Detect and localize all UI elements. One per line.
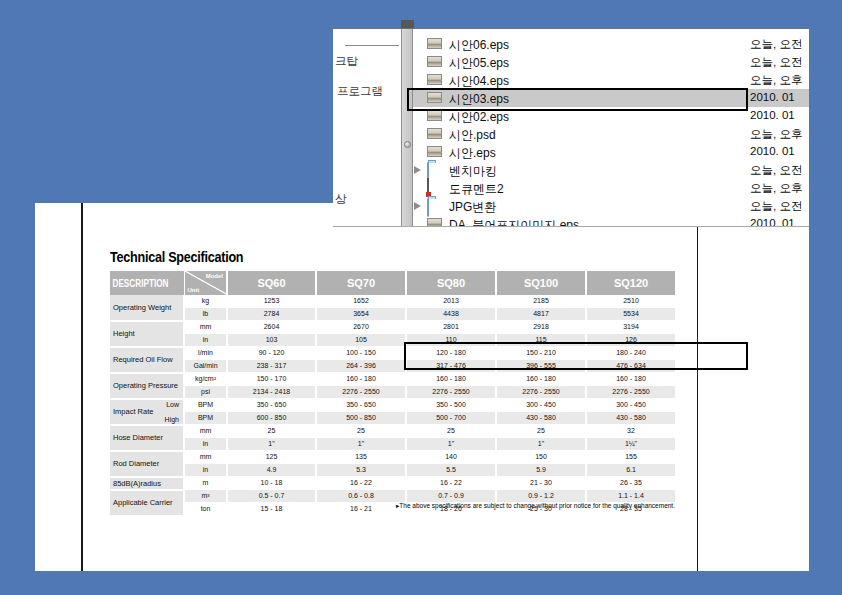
value-cell: 500 - 850 — [316, 412, 406, 425]
value-cell: 0.6 - 0.8 — [316, 490, 406, 503]
document-page: Technical Specification DESCRIPTION Mode… — [35, 203, 809, 571]
list-item[interactable]: 시안.eps2010. 01 — [413, 143, 809, 161]
value-cell: 155 — [586, 451, 675, 464]
value-cell: 5.9 — [496, 464, 586, 477]
list-item[interactable]: 시안05.eps오늘, 오전 — [413, 53, 809, 71]
value-cell: 160 - 180 — [586, 373, 675, 386]
unit-cell: BPM — [184, 399, 227, 412]
row-group-label: Operating Weight — [110, 295, 184, 321]
value-cell: 32 — [586, 425, 675, 438]
image-thumbnail-icon — [427, 218, 442, 227]
unit-cell: in — [184, 464, 227, 477]
value-cell: 160 - 180 — [406, 373, 496, 386]
value-cell: 2784 — [227, 308, 316, 321]
sidebar-item[interactable]: 크탑 — [335, 54, 358, 69]
divider-knob-icon[interactable] — [404, 141, 411, 148]
value-cell: 1253 — [227, 295, 316, 308]
value-cell: 16 - 22 — [406, 477, 496, 490]
file-date: 2010. 01 — [750, 217, 795, 227]
spec-table-body: Operating Weightkg12531652201321852510lb… — [110, 295, 675, 516]
table-row: 85dB(A)radiusm10 - 1816 - 2216 - 2221 - … — [110, 477, 675, 490]
list-item[interactable]: 시안06.eps오늘, 오전 — [413, 35, 809, 53]
row-group-label: Operating Pressure — [110, 373, 184, 399]
unit-cell: m — [184, 477, 227, 490]
table-row: lb27843654443848175534 — [110, 308, 675, 321]
unit-cell: l/min — [184, 347, 227, 360]
value-cell: 125 — [227, 451, 316, 464]
page-title: Technical Specification — [110, 248, 243, 265]
list-item[interactable]: 시안.psd오늘, 오후 — [413, 125, 809, 143]
row-group-label: Required Oil Flow — [110, 347, 184, 373]
unit-cell: in — [184, 334, 227, 347]
file-date: 2010. 01 — [750, 145, 795, 157]
unit-cell: m³ — [184, 490, 227, 503]
table-row: in4.95.35.55.96.1 — [110, 464, 675, 477]
spec-footnote: ▸The above specifications are subject to… — [110, 502, 675, 510]
unit-cell: lb — [184, 308, 227, 321]
model-column-header: SQ80 — [406, 271, 496, 295]
value-cell: 1" — [406, 438, 496, 451]
list-item[interactable]: 도큐멘트2오늘, 오후 — [413, 179, 809, 197]
value-cell: 150 — [496, 451, 586, 464]
value-cell: 430 - 580 — [496, 412, 586, 425]
value-cell: 350 - 650 — [316, 399, 406, 412]
disclosure-triangle-icon[interactable] — [414, 166, 421, 174]
value-cell: 2013 — [406, 295, 496, 308]
file-name: 시안05.eps — [449, 55, 509, 72]
value-cell: 1" — [227, 438, 316, 451]
file-date: 오늘, 오전 — [750, 199, 802, 214]
sidebar-item[interactable]: 상 — [335, 192, 347, 207]
unit-label: Unit — [188, 287, 200, 293]
file-date: 오늘, 오전 — [750, 163, 802, 178]
list-item[interactable]: 시안04.eps오늘, 오후 — [413, 71, 809, 89]
group-label-text: 85dB(A)radius — [113, 479, 161, 488]
model-column-header: SQ100 — [496, 271, 586, 295]
group-label-text: Hose Diameter — [113, 433, 163, 442]
page-margin-line-left — [81, 203, 83, 571]
value-cell: 1.1 - 1.4 — [586, 490, 675, 503]
group-label-text: Operating Weight — [113, 303, 171, 312]
value-cell: 1" — [316, 438, 406, 451]
list-item[interactable]: DA_북어표지이미지.eps2010. 01 — [413, 215, 809, 227]
value-cell: 0.5 - 0.7 — [227, 490, 316, 503]
group-label-text: Impact Rate — [113, 407, 153, 416]
image-thumbnail-icon — [427, 146, 442, 157]
value-cell: 1652 — [316, 295, 406, 308]
value-cell: 160 - 180 — [496, 373, 586, 386]
value-cell: 350 - 500 — [406, 399, 496, 412]
value-cell: 430 - 580 — [586, 412, 675, 425]
sidebar-item[interactable]: 프로그램 — [337, 84, 383, 99]
file-list: 시안06.eps오늘, 오전시안05.eps오늘, 오전시안04.eps오늘, … — [413, 29, 809, 226]
value-cell: 350 - 650 — [227, 399, 316, 412]
list-item[interactable]: 벤치마킹오늘, 오전 — [413, 161, 809, 179]
file-date: 2010. 01 — [750, 109, 795, 121]
file-name: 벤치마킹 — [449, 163, 497, 180]
sub-label-low: Low — [166, 400, 179, 409]
sidebar-divider[interactable] — [401, 29, 413, 226]
image-thumbnail-icon — [427, 74, 442, 85]
value-cell: 140 — [406, 451, 496, 464]
value-cell: 150 - 170 — [227, 373, 316, 386]
value-cell: 21 - 30 — [496, 477, 586, 490]
image-thumbnail-icon — [427, 38, 442, 49]
value-cell: 160 - 180 — [316, 373, 406, 386]
value-cell: 500 - 700 — [406, 412, 496, 425]
list-item[interactable]: JPG변환오늘, 오전 — [413, 197, 809, 215]
model-label: Model — [206, 273, 223, 279]
file-date: 오늘, 오전 — [750, 37, 802, 52]
table-row: Operating Pressurekg/cm²150 - 170160 - 1… — [110, 373, 675, 386]
value-cell: 1" — [496, 438, 586, 451]
file-date: 오늘, 오후 — [750, 181, 802, 196]
file-name: 도큐멘트2 — [449, 181, 504, 198]
disclosure-triangle-icon[interactable] — [414, 202, 421, 210]
selected-file-highlight-box — [407, 88, 748, 111]
value-cell: 90 - 120 — [227, 347, 316, 360]
value-cell: 135 — [316, 451, 406, 464]
file-name: 시안02.eps — [449, 109, 509, 126]
value-cell: 2185 — [496, 295, 586, 308]
document-icon — [427, 178, 429, 197]
value-cell: 2510 — [586, 295, 675, 308]
file-browser-window: 크탑프로그램상 시안06.eps오늘, 오전시안05.eps오늘, 오전시안04… — [333, 28, 809, 227]
value-cell: 25 — [227, 425, 316, 438]
spec-table: DESCRIPTION Model Unit SQ60SQ70SQ80SQ100… — [110, 271, 675, 517]
